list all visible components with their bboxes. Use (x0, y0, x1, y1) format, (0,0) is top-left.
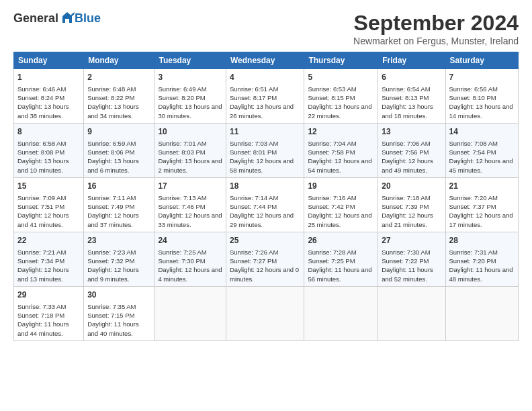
day-info: Sunrise: 7:09 AM (17, 194, 66, 201)
day-info: Sunrise: 7:08 AM (449, 140, 498, 147)
day-number: 23 (87, 235, 150, 246)
day-info: Daylight: 12 hours and 37 minutes. (87, 212, 139, 228)
table-cell: 12Sunrise: 7:04 AMSunset: 7:58 PMDayligh… (304, 123, 378, 177)
table-cell: 8Sunrise: 6:58 AMSunset: 8:08 PMDaylight… (14, 123, 84, 177)
day-info: Daylight: 13 hours and 34 minutes. (87, 103, 139, 119)
day-info: Sunrise: 7:31 AM (449, 248, 498, 256)
logo-blue-text: Blue (75, 11, 101, 26)
table-cell: 5Sunrise: 6:53 AMSunset: 8:15 PMDaylight… (304, 69, 378, 124)
day-info: Daylight: 12 hours and 58 minutes. (230, 157, 294, 173)
day-number: 26 (308, 235, 374, 246)
day-info: Daylight: 13 hours and 18 minutes. (382, 103, 433, 119)
table-cell: 15Sunrise: 7:09 AMSunset: 7:51 PMDayligh… (14, 177, 84, 232)
day-info: Sunset: 7:46 PM (158, 203, 205, 210)
day-info: Sunset: 8:03 PM (158, 148, 205, 156)
day-info: Sunset: 7:30 PM (158, 257, 205, 265)
table-cell: 13Sunrise: 7:06 AMSunset: 7:56 PMDayligh… (378, 123, 445, 177)
day-info: Sunset: 7:49 PM (87, 203, 134, 210)
day-info: Daylight: 13 hours and 22 minutes. (308, 103, 371, 119)
day-number: 7 (449, 72, 515, 83)
table-cell: 2Sunrise: 6:48 AMSunset: 8:22 PMDaylight… (84, 69, 154, 124)
day-info: Sunrise: 7:14 AM (230, 194, 278, 201)
day-info: Daylight: 12 hours and 54 minutes. (308, 157, 371, 173)
day-info: Daylight: 12 hours and 29 minutes. (230, 212, 294, 228)
day-info: Daylight: 13 hours and 10 minutes. (17, 157, 69, 173)
col-sunday: Sunday (14, 52, 84, 69)
day-number: 21 (449, 181, 515, 192)
table-cell: 4Sunrise: 6:51 AMSunset: 8:17 PMDaylight… (226, 69, 304, 124)
table-cell: 30Sunrise: 7:35 AMSunset: 7:15 PMDayligh… (84, 286, 154, 340)
table-cell: 3Sunrise: 6:49 AMSunset: 8:20 PMDaylight… (154, 69, 226, 124)
day-info: Sunrise: 6:58 AM (17, 140, 66, 147)
day-info: Sunset: 7:32 PM (87, 257, 134, 265)
logo: General Blue (13, 11, 101, 26)
day-info: Sunrise: 6:51 AM (230, 85, 278, 93)
day-info: Daylight: 13 hours and 6 minutes. (87, 157, 139, 173)
col-thursday: Thursday (304, 52, 378, 69)
day-number: 22 (17, 235, 80, 246)
day-info: Daylight: 11 hours and 48 minutes. (449, 266, 513, 282)
day-info: Sunrise: 7:23 AM (87, 248, 136, 256)
day-number: 13 (382, 126, 441, 138)
day-info: Daylight: 13 hours and 38 minutes. (17, 103, 69, 119)
day-info: Daylight: 11 hours and 56 minutes. (308, 266, 371, 282)
day-info: Sunrise: 7:16 AM (308, 194, 356, 201)
table-cell: 24Sunrise: 7:25 AMSunset: 7:30 PMDayligh… (154, 232, 226, 286)
day-info: Sunset: 7:44 PM (230, 203, 277, 210)
title-section: September 2024 Newmarket on Fergus, Muns… (353, 11, 519, 46)
day-info: Sunset: 7:22 PM (382, 257, 429, 265)
day-info: Sunset: 8:22 PM (87, 94, 134, 101)
day-info: Daylight: 12 hours and 25 minutes. (308, 212, 371, 228)
day-info: Sunrise: 7:28 AM (308, 248, 356, 256)
day-number: 27 (382, 235, 441, 246)
table-cell: 7Sunrise: 6:56 AMSunset: 8:10 PMDaylight… (445, 69, 518, 124)
header-row: Sunday Monday Tuesday Wednesday Thursday… (14, 52, 519, 69)
day-info: Sunrise: 7:20 AM (449, 194, 498, 201)
day-number: 2 (87, 72, 150, 83)
day-info: Sunset: 8:15 PM (308, 94, 355, 101)
table-cell (304, 286, 378, 340)
table-cell: 29Sunrise: 7:33 AMSunset: 7:18 PMDayligh… (14, 286, 84, 340)
day-number: 1 (17, 72, 80, 83)
day-info: Sunset: 7:18 PM (17, 312, 64, 319)
calendar-container: General Blue September 2024 Newmarket on… (0, 0, 532, 348)
table-cell: 26Sunrise: 7:28 AMSunset: 7:25 PMDayligh… (304, 232, 378, 286)
day-info: Sunset: 8:17 PM (230, 94, 277, 101)
day-number: 24 (158, 235, 222, 246)
day-info: Sunset: 7:34 PM (17, 257, 64, 265)
day-info: Daylight: 12 hours and 9 minutes. (87, 266, 139, 282)
day-number: 8 (17, 126, 80, 138)
table-cell (378, 286, 445, 340)
day-number: 17 (158, 181, 222, 192)
day-info: Sunrise: 7:18 AM (382, 194, 430, 201)
day-info: Daylight: 12 hours and 4 minutes. (158, 266, 222, 282)
col-friday: Friday (378, 52, 445, 69)
day-info: Sunrise: 7:35 AM (87, 303, 136, 310)
day-info: Sunset: 7:27 PM (230, 257, 277, 265)
day-info: Sunrise: 6:53 AM (308, 85, 356, 93)
day-number: 19 (308, 181, 374, 192)
table-row: 22Sunrise: 7:21 AMSunset: 7:34 PMDayligh… (14, 232, 519, 286)
day-number: 30 (87, 289, 150, 301)
day-number: 25 (230, 235, 300, 246)
table-cell (445, 286, 518, 340)
table-cell: 16Sunrise: 7:11 AMSunset: 7:49 PMDayligh… (84, 177, 154, 232)
day-info: Daylight: 11 hours and 44 minutes. (17, 320, 69, 336)
logo-general-text: General (13, 11, 58, 26)
day-number: 3 (158, 72, 222, 83)
day-info: Sunrise: 6:48 AM (87, 85, 136, 93)
calendar-header: General Blue September 2024 Newmarket on… (13, 11, 519, 46)
day-info: Sunrise: 7:25 AM (158, 248, 206, 256)
day-number: 16 (87, 181, 150, 192)
day-info: Sunset: 8:10 PM (449, 94, 496, 101)
table-row: 15Sunrise: 7:09 AMSunset: 7:51 PMDayligh… (14, 177, 519, 232)
month-title: September 2024 (353, 11, 519, 36)
day-info: Sunset: 7:58 PM (308, 148, 355, 156)
table-cell: 1Sunrise: 6:46 AMSunset: 8:24 PMDaylight… (14, 69, 84, 124)
day-info: Daylight: 12 hours and 21 minutes. (382, 212, 433, 228)
day-number: 11 (230, 126, 300, 138)
day-number: 5 (308, 72, 374, 83)
day-info: Sunrise: 7:06 AM (382, 140, 430, 147)
day-info: Sunset: 8:01 PM (230, 148, 277, 156)
day-info: Daylight: 12 hours and 17 minutes. (449, 212, 513, 228)
